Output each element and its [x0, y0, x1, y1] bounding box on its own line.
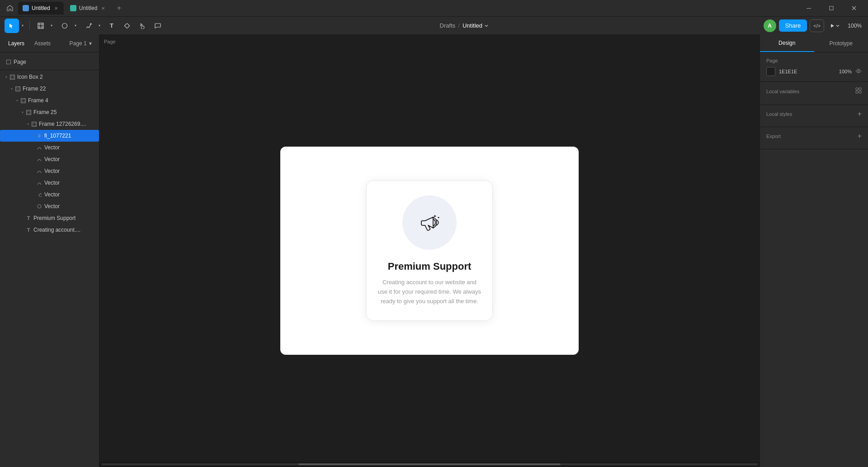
card-description: Creating account to our website and use … [377, 278, 481, 306]
layer-frame-4[interactable]: ▾ Frame 4 [0, 95, 99, 106]
scrollbar-track [101, 463, 758, 465]
local-variables-icon[interactable] [855, 87, 862, 95]
canvas[interactable]: Page [99, 34, 760, 467]
text-tool[interactable]: T [104, 19, 119, 33]
layer-creating-account[interactable]: T Creating account.... [0, 224, 99, 236]
shape-tool-dropdown[interactable]: ▾ [72, 19, 79, 33]
pen-tool[interactable] [81, 19, 96, 33]
frame-tool-dropdown[interactable]: ▾ [48, 19, 55, 33]
svg-rect-13 [7, 60, 11, 64]
chevron-down-icon [484, 24, 489, 28]
page-item[interactable]: Page [4, 57, 95, 67]
page-section-title: Page [766, 58, 778, 63]
tab-2-close[interactable]: ✕ [100, 5, 106, 11]
svg-rect-24 [21, 98, 25, 103]
svg-rect-11 [124, 23, 129, 28]
layers-section: Page ▾ Icon Box 2 ▾ [0, 52, 99, 467]
home-button[interactable] [4, 2, 16, 14]
layer-vector-3[interactable]: Vector [0, 165, 99, 177]
page-tab[interactable]: Page 1 ▾ [66, 38, 95, 48]
play-chevron-icon [836, 24, 840, 28]
layer-frame-25[interactable]: ▾ Frame 25 [0, 106, 99, 118]
breadcrumb-title[interactable]: Untitled [462, 22, 489, 29]
layer-vector-5[interactable]: Vector [0, 189, 99, 200]
svg-rect-14 [10, 75, 14, 79]
frame-icon [9, 74, 15, 80]
text-icon: T [25, 227, 32, 233]
play-button[interactable] [827, 21, 842, 30]
card: Premium Support Creating account to our … [366, 181, 493, 321]
code-button[interactable]: </> [810, 19, 824, 32]
chevron-icon: ▾ [31, 133, 36, 138]
restore-button[interactable] [821, 0, 842, 16]
design-tab[interactable]: Design [760, 34, 814, 52]
local-variables-title: Local variables [766, 89, 799, 94]
chevron-icon: ▾ [9, 86, 14, 91]
vector-icon [36, 156, 42, 162]
local-styles-title: Local styles [766, 111, 792, 117]
play-icon [830, 23, 835, 29]
component-tool[interactable] [120, 19, 134, 33]
svg-rect-19 [15, 86, 20, 91]
tab-1-close[interactable]: ✕ [53, 5, 59, 11]
tab-1[interactable]: Untitled ✕ [18, 2, 64, 14]
layer-fi-1077221[interactable]: ▾ # fi_1077221 [0, 130, 99, 142]
layers-tab[interactable]: Layers [4, 38, 29, 48]
layer-vector-4[interactable]: Vector [0, 177, 99, 189]
zoom-control[interactable]: 100% [845, 21, 864, 31]
layer-label: Vector [44, 180, 60, 186]
close-button[interactable] [844, 0, 864, 16]
page-opacity-value[interactable]: 100% [839, 69, 852, 74]
export-header: Export + [766, 133, 862, 140]
frame-icon [14, 86, 21, 92]
frame-tool[interactable] [33, 19, 48, 33]
hand-tool[interactable] [135, 19, 150, 33]
page-label: Page [14, 59, 26, 65]
shape-tool[interactable] [57, 19, 72, 33]
page-color-value[interactable]: 1E1E1E [779, 69, 835, 74]
breadcrumb: Drafts / Untitled [440, 22, 489, 29]
layer-vector-2[interactable]: Vector [0, 153, 99, 165]
layer-frame-12726[interactable]: ▾ Frame 12726269.... [0, 118, 99, 130]
share-button[interactable]: Share [779, 19, 807, 32]
canvas-scrollbar[interactable] [99, 462, 760, 467]
user-avatar[interactable]: A [764, 19, 776, 32]
pen-tool-dropdown[interactable]: ▾ [96, 19, 103, 33]
local-styles-add-button[interactable]: + [858, 110, 862, 118]
tab-2[interactable]: Untitled ✕ [66, 2, 111, 14]
tab-1-favicon [23, 5, 29, 11]
minimize-button[interactable] [798, 0, 819, 16]
layer-icon-box-2[interactable]: ▾ Icon Box 2 [0, 71, 99, 83]
vector-icon [36, 168, 42, 174]
prototype-tab[interactable]: Prototype [814, 34, 868, 52]
tab-2-label: Untitled [79, 5, 98, 11]
layer-premium-support[interactable]: T Premium Support [0, 212, 99, 224]
svg-marker-12 [831, 24, 834, 28]
visibility-icon[interactable] [855, 68, 862, 76]
breadcrumb-drafts[interactable]: Drafts [440, 22, 456, 29]
comment-tool[interactable] [151, 19, 165, 33]
canvas-page-label: Page [104, 39, 116, 44]
tab-1-label: Untitled [32, 5, 50, 11]
select-tool[interactable] [5, 19, 19, 33]
scrollbar-thumb[interactable] [298, 463, 561, 465]
chevron-icon: ▾ [14, 98, 20, 103]
circle-icon [36, 203, 42, 210]
chevron-icon: ▾ [4, 74, 9, 80]
layer-vector-6[interactable]: Vector [0, 200, 99, 212]
tab-2-favicon [70, 5, 76, 11]
layer-list: ▾ Icon Box 2 ▾ Frame 22 ▾ [0, 70, 99, 237]
export-add-button[interactable]: + [858, 133, 862, 140]
layer-frame-22[interactable]: ▾ Frame 22 [0, 83, 99, 95]
layer-label: Frame 12726269.... [39, 121, 86, 127]
chevron-icon: ▾ [20, 110, 25, 115]
assets-tab[interactable]: Assets [30, 38, 55, 48]
select-tool-dropdown[interactable]: ▾ [19, 19, 26, 33]
layer-label: Creating account.... [33, 227, 80, 233]
layer-label: Frame 25 [33, 109, 57, 115]
page-section: Page [0, 54, 99, 70]
layer-vector-1[interactable]: Vector [0, 142, 99, 153]
page-color-swatch[interactable] [766, 67, 775, 76]
add-tab-button[interactable]: + [113, 2, 125, 14]
canvas-frame: Premium Support Creating account to our … [280, 147, 579, 355]
